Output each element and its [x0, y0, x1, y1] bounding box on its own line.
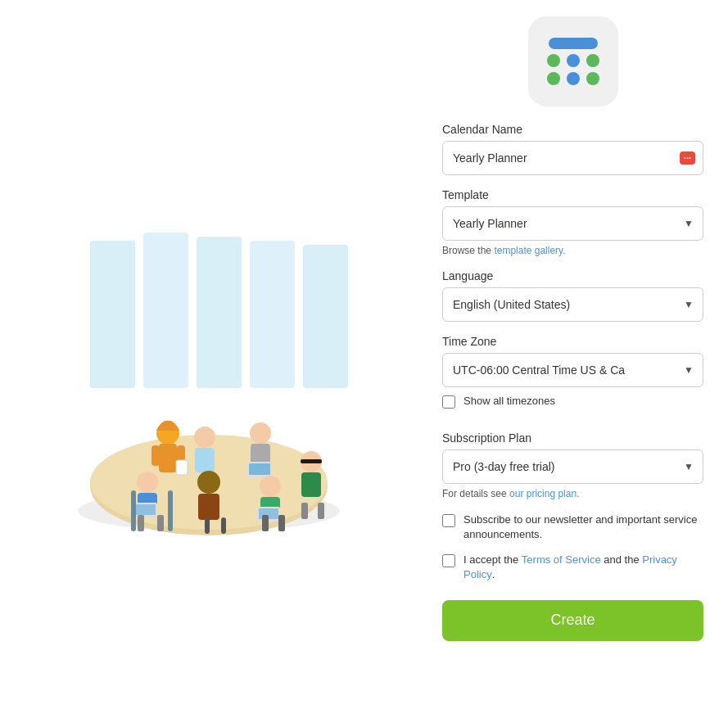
dot-green-2	[586, 54, 599, 67]
template-select-wrapper: Yearly Planner Monthly Planner Weekly Pl…	[442, 206, 703, 241]
template-helper-prefix: Browse the	[442, 245, 494, 256]
svg-point-13	[194, 427, 215, 448]
svg-point-15	[250, 422, 271, 444]
calendar-name-input[interactable]	[442, 141, 703, 175]
svg-rect-38	[131, 490, 136, 531]
language-select[interactable]: English (United States) English (United …	[442, 287, 703, 322]
show-all-timezones-row: Show all timezones	[442, 394, 703, 409]
calendar-name-badge: ···	[680, 151, 695, 165]
svg-rect-0	[90, 241, 135, 388]
newsletter-label: Subscribe to our newsletter and importan…	[463, 513, 703, 542]
language-select-wrapper: English (United States) English (United …	[442, 287, 703, 322]
svg-rect-33	[157, 515, 164, 531]
svg-rect-34	[262, 515, 269, 531]
show-all-timezones-label[interactable]: Show all timezones	[463, 394, 555, 409]
tos-label: I accept the Terms of Service and the Pr…	[463, 553, 703, 582]
timezone-section: Time Zone UTC-06:00 Central Time US & Ca…	[442, 335, 703, 418]
svg-rect-1	[143, 233, 188, 388]
template-section: Template Yearly Planner Monthly Planner …	[442, 188, 703, 256]
svg-rect-9	[159, 444, 177, 472]
svg-rect-4	[303, 245, 348, 388]
newsletter-row: Subscribe to our newsletter and importan…	[442, 513, 703, 542]
icon-dots-row-1	[547, 54, 599, 67]
subscription-section: Subscription Plan Pro (3-day free trial)…	[442, 431, 703, 499]
subscription-helper-prefix: For details see	[442, 488, 509, 499]
svg-rect-39	[168, 490, 173, 531]
tos-checkbox[interactable]	[442, 554, 455, 567]
svg-rect-36	[301, 503, 308, 519]
tos-middle: and the	[601, 553, 643, 566]
right-panel: Calendar Name ··· Template Yearly Planne…	[426, 0, 728, 727]
template-select[interactable]: Yearly Planner Monthly Planner Weekly Pl…	[442, 206, 703, 241]
svg-point-22	[197, 471, 220, 494]
svg-rect-35	[278, 515, 285, 531]
svg-rect-21	[301, 459, 322, 463]
icon-dots-row-2	[547, 72, 599, 85]
dot-blue-1	[567, 54, 580, 67]
show-all-timezones-checkbox[interactable]	[442, 395, 455, 409]
calendar-name-input-wrapper: ···	[442, 141, 703, 175]
timezone-label: Time Zone	[442, 335, 703, 348]
dot-green-1	[547, 54, 560, 67]
template-label: Template	[442, 188, 703, 201]
create-button[interactable]: Create	[442, 600, 703, 641]
subscription-label: Subscription Plan	[442, 431, 703, 445]
pricing-plan-link[interactable]: our pricing plan.	[509, 488, 579, 499]
subscription-helper: For details see our pricing plan.	[442, 488, 703, 499]
svg-rect-40	[205, 517, 210, 534]
svg-rect-10	[151, 445, 160, 466]
svg-rect-37	[318, 503, 324, 519]
template-gallery-link[interactable]: template gallery.	[494, 245, 565, 256]
language-section: Language English (United States) English…	[442, 269, 703, 322]
language-label: Language	[442, 269, 703, 282]
subscription-select[interactable]: Pro (3-day free trial) Free Business	[442, 449, 703, 484]
svg-rect-2	[197, 237, 242, 388]
svg-rect-32	[138, 515, 144, 531]
subscription-select-wrapper: Pro (3-day free trial) Free Business ▼	[442, 449, 703, 484]
dot-green-4	[586, 72, 599, 85]
svg-rect-23	[198, 494, 219, 520]
svg-rect-27	[136, 504, 156, 515]
calendar-name-label: Calendar Name	[442, 123, 703, 136]
left-panel	[0, 0, 426, 727]
app-icon	[528, 16, 618, 106]
template-helper: Browse the template gallery.	[442, 245, 703, 256]
timezone-select-wrapper: UTC-06:00 Central Time US & Ca UTC-05:00…	[442, 353, 703, 387]
svg-rect-3	[250, 241, 295, 388]
svg-rect-41	[221, 517, 226, 534]
svg-point-28	[260, 476, 281, 497]
timezone-select[interactable]: UTC-06:00 Central Time US & Ca UTC-05:00…	[442, 353, 703, 387]
svg-rect-14	[195, 448, 215, 472]
svg-rect-20	[301, 472, 321, 497]
calendar-name-section: Calendar Name ···	[442, 123, 703, 175]
svg-rect-18	[249, 463, 270, 475]
svg-point-24	[137, 472, 158, 493]
tos-row: I accept the Terms of Service and the Pr…	[442, 553, 703, 582]
meeting-illustration	[41, 192, 385, 535]
svg-rect-12	[176, 460, 188, 475]
dot-green-3	[547, 72, 560, 85]
tos-link[interactable]: Terms of Service	[522, 553, 601, 566]
dot-blue-2	[567, 72, 580, 85]
tos-prefix: I accept the	[463, 553, 522, 566]
tos-suffix: .	[492, 568, 495, 580]
icon-bar	[549, 38, 598, 49]
newsletter-checkbox[interactable]	[442, 514, 455, 527]
